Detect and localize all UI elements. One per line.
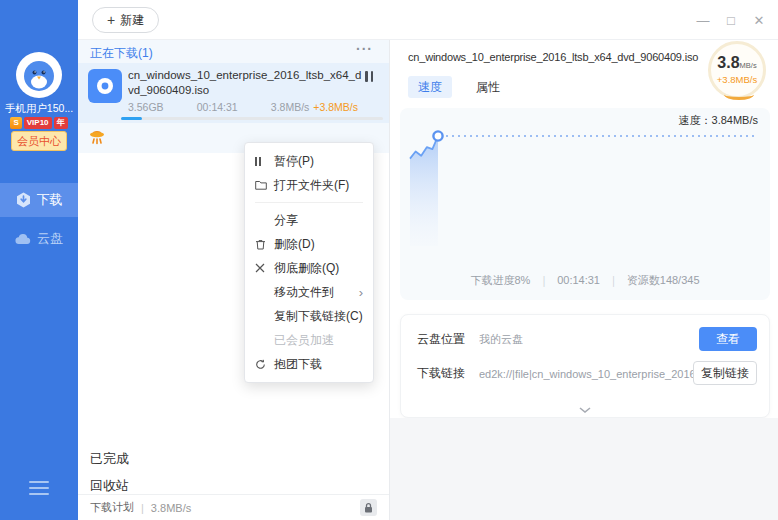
super-vip-badge: S bbox=[10, 117, 21, 129]
download-hexagon-icon bbox=[16, 192, 31, 208]
window-controls: — □ ✕ bbox=[696, 0, 766, 40]
chart-status-bar: 下载进度8%｜00:14:31｜资源数148/345 bbox=[400, 273, 770, 288]
vip-level-badge: VIP10 bbox=[24, 117, 52, 129]
copy-link-button[interactable]: 复制链接 bbox=[693, 361, 757, 385]
pause-icon[interactable] bbox=[365, 71, 377, 83]
speed-group: 3.8MB/s+3.8MB/s bbox=[271, 101, 358, 113]
detail-footer-area bbox=[390, 418, 778, 520]
user-avatar[interactable] bbox=[16, 52, 62, 98]
group-header: 正在下载(1) ··· bbox=[78, 40, 389, 63]
menu-item-pause[interactable]: 暂停(P) bbox=[245, 149, 373, 173]
menu-item-share[interactable]: 分享 bbox=[245, 208, 373, 232]
download-link-value: ed2k://|file|cn_windows_10_enterprise_20… bbox=[479, 368, 707, 380]
group-title: 正在下载(1) bbox=[90, 45, 153, 62]
progress-fill bbox=[121, 117, 142, 120]
plus-icon: + bbox=[107, 12, 115, 28]
menu-item-delete[interactable]: 删除(D) bbox=[245, 232, 373, 256]
file-size: 3.56GB bbox=[128, 101, 164, 113]
sidebar-menu-button[interactable] bbox=[29, 481, 49, 495]
more-options-icon[interactable]: ··· bbox=[356, 41, 373, 57]
sidebar-item-label: 云盘 bbox=[37, 230, 63, 248]
tab-speed[interactable]: 速度 bbox=[408, 76, 452, 98]
sidebar-item-label: 下载 bbox=[37, 191, 63, 209]
menu-item-copy-link[interactable]: 复制下载链接(C) bbox=[245, 304, 373, 328]
cloud-info-card: 云盘位置 我的云盘 查看 下载链接 ed2k://|file|cn_window… bbox=[400, 314, 770, 418]
download-stats: 3.56GB 00:14:31 3.8MB/s+3.8MB/s bbox=[128, 101, 384, 113]
trash-icon bbox=[255, 239, 274, 250]
menu-item-group-download[interactable]: 抱团下载 bbox=[245, 352, 373, 376]
plan-label: 下载计划 bbox=[90, 500, 134, 515]
status-time: 00:14:31 bbox=[557, 274, 600, 286]
plan-speed: 3.8MB/s bbox=[151, 502, 191, 514]
speed-unit: MB/s bbox=[740, 61, 757, 70]
refresh-circle-icon bbox=[255, 359, 274, 370]
detail-panel: cn_windows_10_enterprise_2016_ltsb_x64_d… bbox=[390, 40, 778, 520]
download-speed: 3.8MB/s bbox=[271, 101, 310, 113]
vip-badges: S VIP10 年 bbox=[0, 117, 78, 129]
menu-item-delete-completely[interactable]: 彻底删除(Q) bbox=[245, 256, 373, 280]
menu-divider bbox=[255, 202, 363, 203]
speed-value: 3.8 bbox=[717, 54, 739, 71]
username: 手机用户150... bbox=[0, 102, 78, 116]
folder-icon bbox=[255, 180, 274, 190]
status-resources: 资源数148/345 bbox=[627, 274, 700, 286]
cloud-icon bbox=[15, 233, 31, 245]
progress-bar bbox=[121, 117, 383, 120]
new-task-button[interactable]: + 新建 bbox=[92, 7, 159, 33]
ufo-promo-icon[interactable] bbox=[86, 126, 108, 151]
status-progress: 下载进度8% bbox=[470, 274, 530, 286]
speed-chart-card: 速度：3.84MB/s 下载进度8%｜00:14:31｜资源数148/345 bbox=[400, 108, 770, 300]
speed-boost: +3.8MB/s bbox=[717, 74, 757, 85]
cloud-location-label: 云盘位置 bbox=[417, 331, 465, 348]
download-filename: cn_windows_10_enterprise_2016_ltsb_x64_d… bbox=[128, 68, 366, 98]
chevron-down-icon[interactable] bbox=[401, 407, 769, 413]
new-task-label: 新建 bbox=[120, 12, 144, 29]
plan-divider: | bbox=[141, 502, 144, 514]
view-button[interactable]: 查看 bbox=[699, 327, 757, 351]
cloud-location-value: 我的云盘 bbox=[479, 332, 523, 347]
download-item-row[interactable]: cn_windows_10_enterprise_2016_ltsb_x64_d… bbox=[78, 63, 389, 123]
menu-item-open-folder[interactable]: 打开文件夹(F) bbox=[245, 173, 373, 197]
iso-file-icon bbox=[88, 69, 122, 103]
downloading-group: 正在下载(1) ··· cn_windows_10_enterprise_201… bbox=[78, 40, 389, 153]
time-remaining: 00:14:31 bbox=[197, 101, 238, 113]
sidebar: 手机用户150... S VIP10 年 会员中心 下载 云盘 bbox=[0, 0, 78, 520]
detail-filename: cn_windows_10_enterprise_2016_ltsb_x64_d… bbox=[408, 51, 704, 63]
menu-item-move-to[interactable]: 移动文件到 › bbox=[245, 280, 373, 304]
boost-speed: +3.8MB/s bbox=[313, 101, 358, 113]
lock-icon[interactable] bbox=[360, 499, 377, 516]
maximize-button[interactable]: □ bbox=[724, 13, 738, 28]
app-window: 手机用户150... S VIP10 年 会员中心 下载 云盘 + 新建 bbox=[0, 0, 778, 520]
menu-item-member-accelerated: 已会员加速 bbox=[245, 328, 373, 352]
member-center-button[interactable]: 会员中心 bbox=[11, 131, 67, 151]
chart-marker bbox=[433, 131, 442, 140]
sidebar-item-download[interactable]: 下载 bbox=[0, 183, 78, 217]
top-bar: + 新建 — □ ✕ bbox=[78, 0, 778, 40]
pause-icon bbox=[255, 157, 274, 166]
minimize-button[interactable]: — bbox=[696, 13, 710, 28]
bird-mascot-icon bbox=[19, 55, 59, 95]
x-icon bbox=[255, 263, 274, 273]
detail-tabs: 速度 属性 bbox=[408, 76, 500, 98]
context-menu: 暂停(P) 打开文件夹(F) 分享 删除(D) 彻底删除(Q) bbox=[244, 142, 374, 383]
speed-chart-svg bbox=[400, 120, 770, 260]
close-button[interactable]: ✕ bbox=[752, 13, 766, 28]
year-badge: 年 bbox=[54, 117, 68, 129]
tab-properties[interactable]: 属性 bbox=[476, 76, 500, 98]
sidebar-item-completed[interactable]: 已完成 bbox=[90, 450, 129, 468]
submenu-arrow-icon: › bbox=[359, 285, 363, 300]
sidebar-item-cloud[interactable]: 云盘 bbox=[0, 222, 78, 256]
speed-badge: 3.8MB/s +3.8MB/s bbox=[708, 41, 766, 99]
download-link-label: 下载链接 bbox=[417, 365, 465, 382]
download-plan-bar[interactable]: 下载计划 | 3.8MB/s bbox=[78, 494, 389, 520]
sidebar-item-recycle-bin[interactable]: 回收站 bbox=[90, 477, 129, 495]
